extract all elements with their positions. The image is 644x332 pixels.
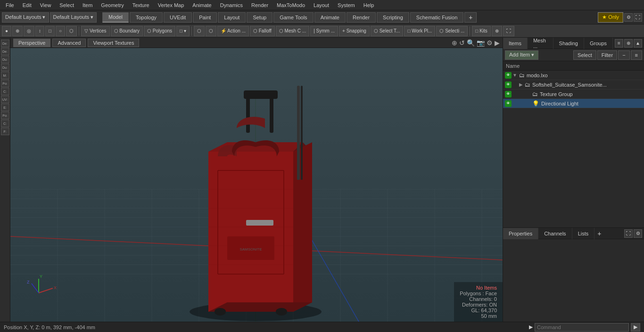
tree-item-2[interactable]: 👁▶🗂Softshell_Suitcase_Samsonite... <box>503 80 644 89</box>
snapping-btn[interactable]: + Snapping <box>339 26 370 36</box>
left-tool-1[interactable]: De: <box>1 48 9 55</box>
tab-scripting[interactable]: Scripting <box>377 12 409 23</box>
viewport-tab-advanced[interactable]: Advanced <box>52 39 86 47</box>
add-item-button[interactable]: Add Item ▾ <box>505 50 538 60</box>
select-t-btn[interactable]: ⬡ Select T... <box>371 26 404 36</box>
left-tool-6[interactable]: C: <box>1 88 9 95</box>
props-expand-icon[interactable]: ⛶ <box>624 229 633 238</box>
menu-item-select[interactable]: Select <box>56 1 78 9</box>
viewport-icon-2[interactable]: 🔍 <box>467 39 475 47</box>
tab-setup[interactable]: Setup <box>247 12 272 23</box>
maximize-icon[interactable]: ⛶ <box>634 13 642 22</box>
polygons-btn[interactable]: ⬡ Polygons <box>144 26 175 36</box>
icon-add[interactable]: ⊕ <box>492 26 502 36</box>
expand-icon[interactable]: ≡ <box>615 39 623 48</box>
kits-btn[interactable]: □ Kits <box>472 26 491 36</box>
tree-item-1[interactable]: 👁▼🗂modo.lxo <box>503 71 644 80</box>
menu-item-layout[interactable]: Layout <box>310 1 333 9</box>
left-tool-0[interactable]: De: <box>1 40 9 47</box>
command-go-button[interactable]: ▶ <box>631 323 640 332</box>
oval-tool[interactable]: ○ <box>56 26 65 36</box>
layout-dropdown[interactable]: Default Layouts ▾ <box>50 12 97 23</box>
selecti-btn[interactable]: ⬡ Selecti ... <box>436 26 468 36</box>
menu-item-view[interactable]: View <box>36 1 55 9</box>
boundary-btn[interactable]: ⬡ Boundary <box>111 26 143 36</box>
items-list[interactable]: 👁▼🗂modo.lxo👁▶🗂Softshell_Suitcase_Samsoni… <box>503 71 644 227</box>
menu-item-help[interactable]: Help <box>360 1 378 9</box>
icon-tool-1[interactable]: ⬡ <box>194 26 205 36</box>
tree-item-3[interactable]: 👁🗂Texture Group <box>503 89 644 99</box>
visibility-eye-4[interactable]: 👁 <box>505 100 512 107</box>
icon-tool-2[interactable]: ⬡ <box>206 26 216 36</box>
action-btn[interactable]: ⚡ Action ... <box>217 26 249 36</box>
items-tab-items[interactable]: Items <box>503 38 528 49</box>
box-tool[interactable]: □ <box>45 26 55 36</box>
minus-button[interactable]: − <box>618 50 629 60</box>
left-tool-9[interactable]: Po: <box>1 112 9 119</box>
left-tool-10[interactable]: C: <box>1 120 9 127</box>
tab-game-tools[interactable]: Game Tools <box>273 12 314 23</box>
left-tool-3[interactable]: Du: <box>1 64 9 71</box>
props-plus-button[interactable]: + <box>594 229 604 238</box>
tab-animate[interactable]: Animate <box>314 12 346 23</box>
menu-item-file[interactable]: File <box>2 1 18 9</box>
items-tab-shading[interactable]: Shading <box>553 38 584 49</box>
menu-item-animate[interactable]: Animate <box>189 1 215 9</box>
command-input[interactable] <box>535 323 629 332</box>
icon-max[interactable]: ⛶ <box>503 26 514 36</box>
menu-item-vertex map[interactable]: Vertex Map <box>154 1 188 9</box>
visibility-eye-2[interactable]: 👁 <box>505 81 512 88</box>
work-pl-btn[interactable]: □ Work Pl... <box>404 26 435 36</box>
left-tool-4[interactable]: M: <box>1 72 9 79</box>
left-tool-2[interactable]: Du: <box>1 56 9 63</box>
props-tab-lists[interactable]: Lists <box>572 228 595 239</box>
tab-paint[interactable]: Paint <box>193 12 217 23</box>
menu-item-render[interactable]: Render <box>248 1 272 9</box>
tree-arrow-1[interactable]: ▼ <box>512 73 517 78</box>
vertices-btn[interactable]: ▽ Vertices <box>81 26 109 36</box>
tree-item-4[interactable]: 👁💡Directional Light <box>503 99 644 108</box>
select-button[interactable]: Select <box>573 50 596 60</box>
menu-item-dynamics[interactable]: Dynamics <box>216 1 247 9</box>
viewport-icon-4[interactable]: ⚙ <box>487 39 493 47</box>
expand-button[interactable]: ≡ <box>631 50 642 60</box>
props-settings-icon[interactable]: ⚙ <box>634 229 642 238</box>
poly-dropdown[interactable]: □ ▾ <box>176 26 190 36</box>
add-icon[interactable]: ⊕ <box>624 39 633 48</box>
hex-tool[interactable]: ⬡ <box>66 26 77 36</box>
visibility-eye-3[interactable]: 👁 <box>505 91 512 97</box>
falloff-btn[interactable]: ⬡ Falloff <box>250 26 275 36</box>
props-tab-properties[interactable]: Properties <box>503 228 538 239</box>
items-tab-groups[interactable]: Groups <box>584 38 613 49</box>
left-tool-8[interactable]: E: <box>1 104 9 111</box>
mesh-c-btn[interactable]: ⬡ Mesh C ... <box>276 26 309 36</box>
transform-tool[interactable]: ↕ <box>35 26 44 36</box>
viewport-icon-1[interactable]: ↺ <box>459 39 465 47</box>
crosshair-tool[interactable]: ⊕ <box>12 26 23 36</box>
tree-arrow-2[interactable]: ▶ <box>519 82 523 87</box>
tab-schematic-fusion[interactable]: Schematic Fusion <box>410 12 463 23</box>
tab-topology[interactable]: Topology <box>130 12 163 23</box>
menu-item-texture[interactable]: Texture <box>129 1 153 9</box>
filter-button[interactable]: Filter <box>597 50 617 60</box>
visibility-eye-1[interactable]: 👁 <box>505 72 512 79</box>
viewport-icon-0[interactable]: ⊕ <box>452 39 457 47</box>
props-tab-channels[interactable]: Channels <box>538 228 572 239</box>
viewport-icon-3[interactable]: 📷 <box>477 39 485 47</box>
menu-item-item[interactable]: Item <box>79 1 96 9</box>
viewport-icon-5[interactable]: ▶ <box>495 39 500 47</box>
tab-plus-button[interactable]: + <box>464 12 477 23</box>
items-tab-mesh-[interactable]: Mesh ... <box>528 38 553 49</box>
menu-item-edit[interactable]: Edit <box>19 1 35 9</box>
ring-tool[interactable]: ◎ <box>24 26 34 36</box>
left-tool-7[interactable]: UV: <box>1 96 9 103</box>
tab-render[interactable]: Render <box>347 12 376 23</box>
symmetry-btn[interactable]: | Symm ... <box>310 26 338 36</box>
menu-item-maxtomodo[interactable]: MaxToModo <box>273 1 309 9</box>
left-tool-11[interactable]: F: <box>1 128 9 135</box>
star-only-button[interactable]: ★ Only <box>598 12 623 23</box>
tab-layout[interactable]: Layout <box>218 12 246 23</box>
up-icon[interactable]: ▲ <box>634 39 642 48</box>
viewport-tab-perspective[interactable]: Perspective <box>13 39 50 47</box>
tab-uvedit[interactable]: UVEdit <box>164 12 192 23</box>
